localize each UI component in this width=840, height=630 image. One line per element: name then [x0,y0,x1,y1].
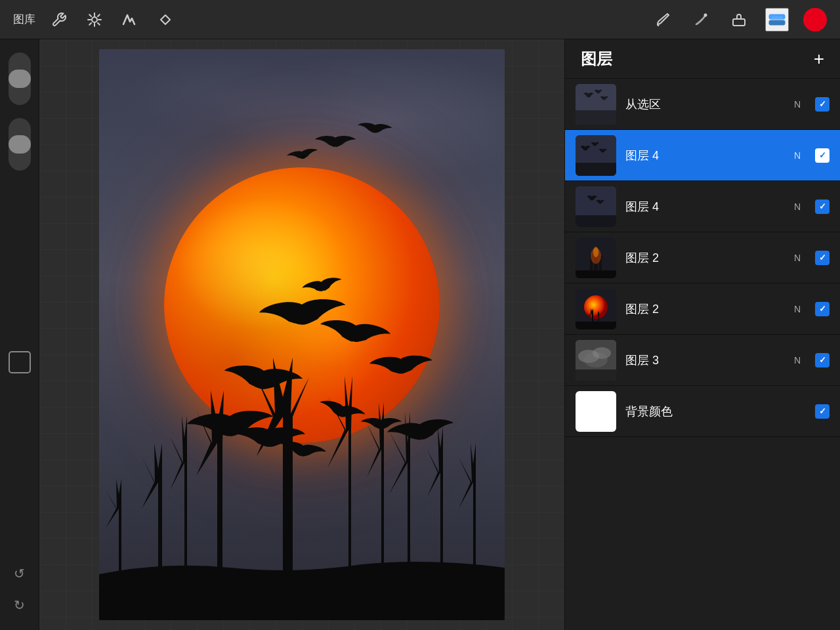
layers-toggle-icon [766,10,788,29]
svg-point-0 [92,17,97,22]
smudge-icon [692,11,709,28]
layer-blend-mode: N [794,253,801,263]
svg-point-31 [584,352,608,368]
svg-rect-5 [771,16,783,20]
main-content: ↺ ↻ [0,39,840,630]
layer-thumbnail [576,289,616,329]
wrench-button[interactable] [47,8,71,32]
layer-visibility-checkbox[interactable]: ✓ [815,404,830,419]
toolbar-right [651,8,827,32]
canvas-area[interactable] [39,39,564,630]
svg-rect-21 [601,256,602,259]
svg-point-26 [584,295,608,319]
smudge-tool-button[interactable] [689,8,713,32]
svg-rect-27 [576,322,616,329]
layer-thumbnail [576,238,616,278]
layer-item[interactable]: 从选区 N ✓ [565,79,840,130]
layer-visibility-checkbox[interactable]: ✓ [815,148,830,163]
wrench-icon [51,12,67,28]
checkmark-icon: ✓ [819,99,826,109]
illustration [99,49,505,620]
selection-icon [121,12,139,27]
color-swatch-button[interactable] [803,8,827,32]
layer-name: 背景颜色 [625,404,791,419]
layer-thumbnail [576,84,616,125]
layer-name: 图层 4 [625,199,785,215]
top-toolbar: 图库 [0,0,840,39]
layer-item[interactable]: 图层 2 N ✓ [565,232,840,284]
layer-visibility-checkbox[interactable]: ✓ [815,97,830,112]
layer-name: 图层 3 [625,352,785,368]
layer-visibility-checkbox[interactable]: ✓ [815,200,830,214]
layer-thumbnail [576,340,616,381]
layer-name: 从选区 [625,96,785,112]
layer-thumbnail [576,135,616,176]
brush-size-thumb [9,70,31,88]
toolbar-left: 图库 [13,8,177,32]
svg-rect-9 [576,163,616,176]
checkmark-icon: ✓ [819,304,826,314]
svg-point-23 [593,247,598,257]
layer-visibility-checkbox[interactable]: ✓ [815,302,830,316]
adjustments-button[interactable] [83,8,106,32]
selection-shape-button[interactable] [9,351,31,373]
eraser-tool-button[interactable] [727,8,751,32]
transform-button[interactable] [154,8,177,32]
add-layer-button[interactable]: + [814,50,824,68]
layer-name: 图层 2 [625,301,785,317]
layer-blend-mode: N [794,99,801,110]
checkmark-icon: ✓ [819,406,826,416]
layer-blend-mode: N [794,201,801,212]
gallery-button[interactable]: 图库 [13,12,35,27]
opacity-thumb [9,135,31,154]
checkmark-icon: ✓ [819,355,826,365]
layer-item[interactable]: 图层 4 N ✓ [565,130,840,181]
svg-rect-32 [576,369,616,381]
checkmark-icon: ✓ [819,201,826,211]
layer-item[interactable]: 图层 4 N ✓ [565,181,840,232]
layers-panel-button[interactable] [765,8,789,32]
layer-item[interactable]: 背景颜色 ✓ [565,386,840,437]
brush-size-slider[interactable] [9,52,31,105]
layer-blend-mode: N [794,304,801,314]
svg-point-1 [704,13,707,16]
transform-icon [158,12,173,28]
svg-rect-2 [733,19,745,26]
layers-list: 从选区 N ✓ [565,79,840,630]
layer-thumbnail [576,391,616,432]
selection-button[interactable] [118,8,142,32]
scene-svg [99,49,505,620]
brush-icon [654,11,671,28]
adjustments-icon [87,12,102,28]
layer-item[interactable]: 图层 3 N ✓ [565,335,840,386]
layer-thumbnail [576,186,616,227]
left-sidebar: ↺ ↻ [0,39,39,630]
layers-panel: 图层 + 从选区 N [564,39,840,630]
redo-button[interactable]: ↻ [8,593,32,617]
checkmark-icon: ✓ [819,253,826,262]
svg-rect-7 [576,110,616,125]
svg-rect-24 [576,270,616,278]
brush-tool-button[interactable] [651,8,675,32]
eraser-icon [730,11,747,28]
svg-rect-4 [769,20,785,25]
layer-blend-mode: N [794,150,801,161]
layer-visibility-checkbox[interactable]: ✓ [815,251,830,265]
checkmark-icon: ✓ [819,150,826,160]
undo-button[interactable]: ↺ [8,562,32,585]
canvas-frame [99,49,505,620]
layers-header: 图层 + [565,39,840,79]
layer-item[interactable]: 图层 2 N ✓ [565,284,840,335]
layer-name: 图层 2 [625,250,785,266]
layer-name: 图层 4 [625,148,785,163]
svg-rect-11 [576,215,616,227]
layers-panel-title: 图层 [581,49,612,70]
layer-blend-mode: N [794,355,801,366]
opacity-slider[interactable] [9,118,31,171]
layer-visibility-checkbox[interactable]: ✓ [815,353,830,368]
